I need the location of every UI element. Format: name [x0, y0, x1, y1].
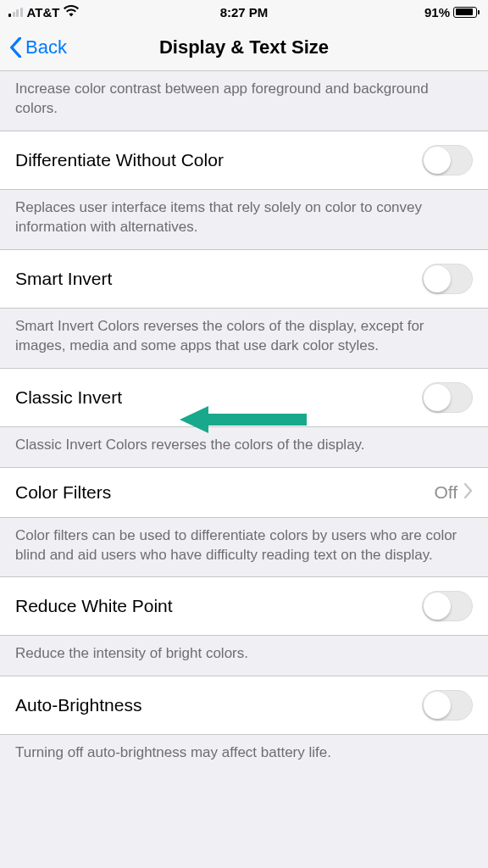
- reduce-white-point-row[interactable]: Reduce White Point: [0, 576, 488, 636]
- classic-invert-row[interactable]: Classic Invert: [0, 368, 488, 427]
- color-filters-value: Off: [434, 482, 458, 503]
- page-title: Display & Text Size: [159, 36, 329, 58]
- smart-invert-footer: Smart Invert Colors reverses the colors …: [0, 309, 488, 368]
- back-label: Back: [25, 36, 67, 58]
- chevron-right-icon: [464, 482, 473, 503]
- classic-invert-footer: Classic Invert Colors reverses the color…: [0, 427, 488, 467]
- color-filters-footer: Color filters can be used to differentia…: [0, 518, 488, 577]
- back-button[interactable]: Back: [8, 36, 67, 58]
- navigation-bar: Back Display & Text Size: [0, 24, 488, 71]
- battery-percent: 91%: [424, 5, 450, 19]
- row-label: Differentiate Without Color: [15, 150, 224, 170]
- row-label: Reduce White Point: [15, 596, 173, 616]
- reduce-white-point-switch[interactable]: [422, 591, 473, 621]
- row-label: Auto-Brightness: [15, 695, 141, 715]
- row-label: Smart Invert: [15, 269, 112, 289]
- reduce-white-point-footer: Reduce the intensity of bright colors.: [0, 636, 488, 676]
- auto-brightness-row[interactable]: Auto-Brightness: [0, 676, 488, 735]
- smart-invert-row[interactable]: Smart Invert: [0, 249, 488, 309]
- wifi-icon: [64, 5, 79, 19]
- color-filters-row[interactable]: Color Filters Off: [0, 467, 488, 518]
- classic-invert-switch[interactable]: [422, 382, 473, 413]
- differentiate-switch[interactable]: [422, 145, 473, 175]
- smart-invert-switch[interactable]: [422, 264, 473, 294]
- battery-icon: [453, 7, 480, 18]
- status-left: AT&T: [8, 5, 79, 19]
- cellular-signal-icon: [8, 7, 23, 17]
- increase-contrast-footer: Increase color contrast between app fore…: [0, 71, 488, 131]
- carrier-label: AT&T: [27, 5, 60, 19]
- status-bar: AT&T 8:27 PM 91%: [0, 0, 488, 24]
- status-time: 8:27 PM: [220, 5, 269, 19]
- differentiate-without-color-row[interactable]: Differentiate Without Color: [0, 131, 488, 190]
- settings-list: Increase color contrast between app fore…: [0, 71, 488, 775]
- auto-brightness-footer: Turning off auto-brightness may affect b…: [0, 735, 488, 775]
- chevron-left-icon: [8, 37, 22, 58]
- row-label: Color Filters: [15, 482, 111, 503]
- row-label: Classic Invert: [15, 387, 122, 408]
- status-right: 91%: [424, 5, 480, 19]
- auto-brightness-switch[interactable]: [422, 690, 473, 721]
- differentiate-footer: Replaces user interface items that rely …: [0, 190, 488, 249]
